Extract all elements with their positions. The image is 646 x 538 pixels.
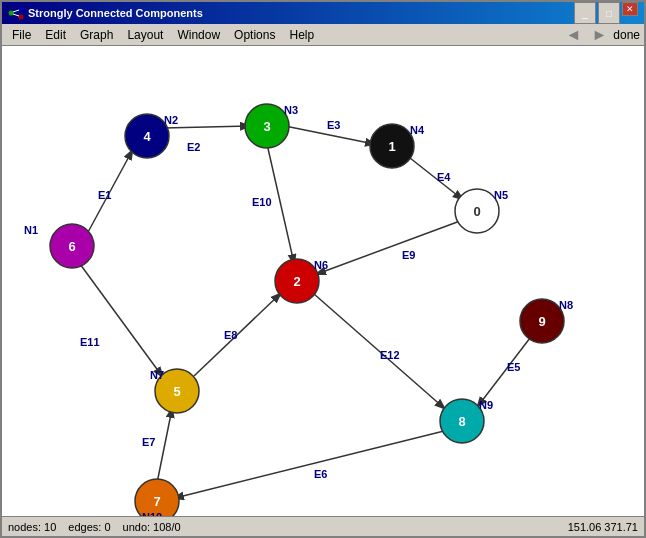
svg-text:0: 0 <box>473 204 480 219</box>
status-undo: undo: 108/0 <box>123 521 181 533</box>
edge-label-e8: E8 <box>224 329 237 341</box>
app-icon <box>8 5 24 21</box>
nav-prev-btn[interactable]: ◄ <box>562 26 586 44</box>
nav-next-btn[interactable]: ► <box>587 26 611 44</box>
menu-window[interactable]: Window <box>171 26 226 44</box>
svg-text:N7: N7 <box>150 369 164 381</box>
status-bar: nodes: 10 edges: 0 undo: 108/0 151.06 37… <box>2 516 644 536</box>
edge-label-e4: E4 <box>437 171 451 183</box>
status-coords: 151.06 371.71 <box>568 521 638 533</box>
edge-label-e11: E11 <box>80 336 100 348</box>
svg-text:6: 6 <box>68 239 75 254</box>
svg-text:1: 1 <box>388 139 395 154</box>
svg-line-5 <box>164 126 249 128</box>
svg-line-15 <box>175 431 444 498</box>
svg-point-1 <box>19 7 24 12</box>
svg-line-13 <box>314 294 444 408</box>
svg-text:N3: N3 <box>284 104 298 116</box>
menu-layout[interactable]: Layout <box>121 26 169 44</box>
edge-label-e10: E10 <box>252 196 272 208</box>
menu-options[interactable]: Options <box>228 26 281 44</box>
edge-label-e2: E2 <box>187 141 200 153</box>
svg-line-8 <box>317 221 460 274</box>
menu-graph[interactable]: Graph <box>74 26 119 44</box>
svg-line-3 <box>13 10 19 12</box>
svg-text:N9: N9 <box>479 399 493 411</box>
svg-point-2 <box>19 15 24 20</box>
svg-text:9: 9 <box>538 314 545 329</box>
svg-text:2: 2 <box>293 274 300 289</box>
svg-text:8: 8 <box>458 414 465 429</box>
edge-label-e12: E12 <box>380 349 400 361</box>
window-title: Strongly Connected Components <box>28 7 203 19</box>
title-bar: Strongly Connected Components _ □ ✕ <box>2 2 644 24</box>
svg-line-14 <box>478 338 530 406</box>
status-edges: edges: 0 <box>68 521 110 533</box>
svg-text:N1: N1 <box>24 224 38 236</box>
svg-text:N2: N2 <box>164 114 178 126</box>
maximize-btn[interactable]: □ <box>598 2 620 24</box>
graph-svg: E2 E3 E4 E9 E10 E1 E11 E8 E12 E5 E6 E7 4… <box>2 46 644 516</box>
menu-help[interactable]: Help <box>283 26 320 44</box>
svg-text:3: 3 <box>263 119 270 134</box>
svg-text:N10: N10 <box>142 511 162 516</box>
svg-line-7 <box>410 158 462 199</box>
svg-line-16 <box>157 409 172 483</box>
menu-file[interactable]: File <box>6 26 37 44</box>
svg-text:N6: N6 <box>314 259 328 271</box>
edge-label-e3: E3 <box>327 119 340 131</box>
svg-point-0 <box>9 11 14 16</box>
status-nodes: nodes: 10 <box>8 521 56 533</box>
svg-text:5: 5 <box>173 384 180 399</box>
edge-label-e7: E7 <box>142 436 155 448</box>
menu-bar: File Edit Graph Layout Window Options He… <box>2 24 644 46</box>
svg-text:N5: N5 <box>494 189 508 201</box>
svg-text:N8: N8 <box>559 299 573 311</box>
edge-label-e6: E6 <box>314 468 327 480</box>
edge-label-e5: E5 <box>507 361 520 373</box>
svg-line-11 <box>80 264 162 376</box>
edge-label-e1: E1 <box>98 189 111 201</box>
minimize-btn[interactable]: _ <box>574 2 596 24</box>
svg-text:4: 4 <box>143 129 151 144</box>
svg-text:7: 7 <box>153 494 160 509</box>
main-window: Strongly Connected Components _ □ ✕ File… <box>0 0 646 538</box>
close-btn[interactable]: ✕ <box>622 2 638 16</box>
window-controls: _ □ ✕ <box>574 2 638 24</box>
done-btn[interactable]: done <box>613 28 640 42</box>
graph-canvas[interactable]: E2 E3 E4 E9 E10 E1 E11 E8 E12 E5 E6 E7 4… <box>2 46 644 516</box>
edge-label-e9: E9 <box>402 249 415 261</box>
menu-edit[interactable]: Edit <box>39 26 72 44</box>
svg-line-4 <box>13 14 19 16</box>
svg-text:N4: N4 <box>410 124 425 136</box>
